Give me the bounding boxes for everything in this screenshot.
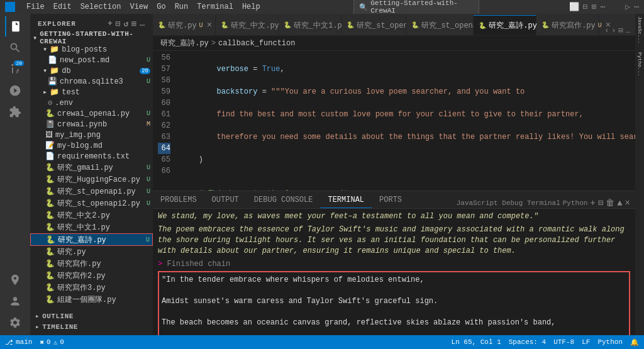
menu-terminal[interactable]: Terminal [193,1,237,13]
terminal-tab-py[interactable]: Python [563,199,588,207]
tree-root[interactable]: ▾ GETTING-STARTED-WITH-CREWAI [30,31,153,44]
tab-st-openapi2[interactable]: 🐍 研究_st_openapi2.py U × [406,15,474,35]
sidebar-item-zhongwen2[interactable]: 🐍 研究_中文2.py [30,209,153,221]
code-editor[interactable]: 56 57 58 59 60 61 62 63 64 65 66 verbose… [153,51,635,191]
sidebar-item-xiezuo3[interactable]: 🐍 研究寫作3.py [30,282,153,294]
sidebar-item-team[interactable]: 🐍 組建一個團隊.py [30,294,153,306]
debug-run-icon[interactable]: ⋯ [634,2,639,12]
tab-yanjiu[interactable]: 🐍 研究.py U × [153,15,216,35]
right-icon-py[interactable]: Pytho... [637,52,643,76]
close-icon[interactable]: × [207,20,212,30]
menu-go[interactable]: Go [153,1,169,13]
sidebar-item-db[interactable]: ▾ 📁 db 20 [30,65,153,76]
refresh-icon[interactable]: ↺ [124,19,130,29]
menu-selection[interactable]: Selection [77,1,125,13]
tab-xiezuo[interactable]: 🐍 研究寫作.py U × [536,15,599,35]
tab-zhongwen[interactable]: 🐍 研究_中文.py U × [216,15,279,35]
sidebar-item-xiezuo[interactable]: 🐍 研究寫作.py [30,258,153,270]
sidebar-item-img[interactable]: 🖼 my_img.png [30,130,153,140]
outline-section[interactable]: ▸ OUTLINE [30,311,153,321]
add-terminal-icon[interactable]: + [590,198,595,208]
tab-st-openapi[interactable]: 🐍 研究_st_openapi.py U × [341,15,406,35]
file-icon: 🐍 [158,21,165,29]
panel-tab-output[interactable]: OUTPUT [204,192,247,208]
warning-icon: ⚠ [53,338,58,346]
maximize-panel-icon[interactable]: ▲ [617,198,622,208]
activity-bar: 20 [0,14,30,335]
activity-source-control[interactable]: 20 [5,59,25,79]
sidebar-item-blog-posts[interactable]: ▾ 📁 blog-posts [30,44,153,55]
editor-tabs: 🐍 研究.py U × 🐍 研究_中文.py U × 🐍 研究_中文1.py U… [153,14,635,36]
poem-box: "In the tender embrace where whispers of… [158,271,630,335]
menu-edit[interactable]: Edit [50,1,75,13]
activity-settings[interactable] [5,313,25,333]
menu-help[interactable]: Help [238,1,264,13]
menu-view[interactable]: View [126,1,152,13]
breadcrumb-fn[interactable]: callback_function [218,39,295,48]
status-line-col[interactable]: Ln 65, Col 1 [452,338,501,346]
panel-tab-terminal[interactable]: TERMINAL [320,192,372,208]
menu-file[interactable]: File [23,1,48,13]
tab-zhongwen1[interactable]: 🐍 研究_中文1.py U × [279,15,341,35]
sidebar-item-st-openapi[interactable]: 🐍 研究_st_openapi.py U [30,186,153,197]
activity-extensions[interactable] [5,102,25,122]
new-folder-icon[interactable]: ⊟ [116,19,121,29]
sidebar-item-crewai-openai[interactable]: 🐍 crewai_openai.py U [30,108,153,119]
split-terminal-icon[interactable]: ⊟ [598,197,603,208]
terminal-output[interactable]: We stand, my love, as waves meet your fe… [153,209,635,335]
sidebar-item-zhongwen1[interactable]: 🐍 研究_中文1.py [30,221,153,233]
collapse-all-icon[interactable]: ⊞ [131,19,137,29]
sidebar-item-test[interactable]: ▸ 📁 test [30,87,153,97]
right-icon-js[interactable]: JavaSc... [637,16,643,43]
sidebar-item-blog[interactable]: 📝 my-blog.md [30,140,153,151]
sidebar-item-xiezuo2[interactable]: 🐍 研究寫作2.py [30,270,153,282]
panel-tab-ports[interactable]: PORTS [372,192,409,208]
sidebar-label: 研究寫作3.py [57,282,106,293]
sidebar-item-gmail[interactable]: 🐍 研究_gmail.py U [30,162,153,174]
chevron-down-icon: ▾ [43,45,47,54]
window-controls: ⬜ ⊟ ⊞ ⋯ ▷ ⋯ [569,2,639,12]
panel-tab-problems[interactable]: PROBLEMS [153,192,204,208]
status-encoding[interactable]: UTF-8 [553,338,574,346]
file-icon: 🐍 [45,259,55,269]
tab-nav-left[interactable]: ‹ [604,26,609,35]
split-editor-icon[interactable]: ⊟ [619,26,623,35]
more-actions-icon[interactable]: … [626,26,630,35]
sidebar-item-new-post[interactable]: 📄 new_post.md U [30,55,153,65]
activity-debug[interactable] [5,80,25,101]
line-num: 62 [158,120,170,131]
terminal-tab-js[interactable]: JavaScript Debug Terminal [457,199,560,207]
code-content[interactable]: verbose = True, backstory = """You are a… [175,51,635,191]
status-spaces[interactable]: Spaces: 4 [509,338,546,346]
tab-jiashi[interactable]: 🐍 研究_嘉詩.py U × [474,15,536,35]
timeline-section[interactable]: ▸ TIMELINE [30,321,153,332]
status-errors[interactable]: ✖ 0 ⚠ 0 [40,338,64,346]
tab-nav-right[interactable]: › [611,26,616,35]
status-eol[interactable]: LF [582,338,590,346]
menu-run[interactable]: Run [171,1,192,13]
breadcrumb-file[interactable]: 研究_嘉詩.py [160,38,209,48]
activity-search[interactable] [5,38,25,58]
run-icon[interactable]: ▷ [625,2,630,12]
sidebar-item-jiashi[interactable]: 🐍 研究_嘉詩.py U [30,233,153,246]
sidebar-item-st-openapi2[interactable]: 🐍 研究_st_openapi2.py U [30,197,153,209]
status-notifications[interactable]: 🔔 [630,338,639,346]
kill-terminal-icon[interactable]: 🗑 [606,198,614,208]
status-language[interactable]: Python [597,338,623,346]
panel-tab-debug[interactable]: DEBUG CONSOLE [247,192,321,208]
sidebar-item-chroma[interactable]: 💾 chroma.sqlite3 U [30,76,153,87]
ellipsis-icon[interactable]: … [140,19,145,29]
activity-explorer[interactable] [5,16,25,36]
close-panel-icon[interactable]: × [625,198,630,208]
new-file-icon[interactable]: + [108,19,113,29]
file-icon: 🐍 [45,223,55,232]
sidebar-item-env[interactable]: ⚙ .env [30,97,153,108]
status-branch[interactable]: ⎇ main [5,338,32,346]
editor-terminal-container: 56 57 58 59 60 61 62 63 64 65 66 verbose… [153,51,635,335]
activity-remote[interactable] [5,270,25,290]
sidebar-item-yanjiu[interactable]: 🐍 研究.py [30,246,153,258]
sidebar-item-crewai-pynb[interactable]: 📓 crewai.pynb M [30,119,153,130]
activity-account[interactable] [5,291,25,311]
sidebar-item-req[interactable]: 📄 requirements.txt [30,151,153,162]
sidebar-item-hugging[interactable]: 🐍 研究_HuggingFace.py U [30,174,153,186]
